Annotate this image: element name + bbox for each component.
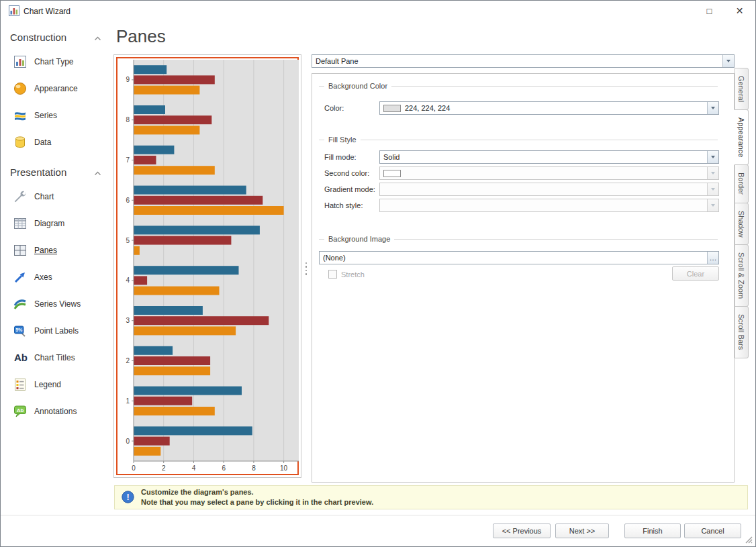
- sidebar-item-chart[interactable]: Chart: [1, 183, 112, 210]
- close-button[interactable]: ✕: [724, 1, 755, 20]
- chart-type-icon: [13, 54, 28, 69]
- background-color-combo[interactable]: 224, 224, 224: [379, 101, 719, 115]
- previous-button[interactable]: << Previous: [493, 524, 551, 538]
- side-tab-scroll-bars[interactable]: Scroll Bars: [735, 306, 749, 358]
- next-button[interactable]: Next >>: [555, 524, 609, 538]
- browse-ellipsis-button[interactable]: …: [707, 252, 718, 264]
- cancel-button[interactable]: Cancel: [684, 524, 741, 538]
- sidebar-item-annotations[interactable]: AbAnnotations: [1, 398, 112, 425]
- sidebar-section-presentation[interactable]: Presentation: [1, 161, 112, 183]
- side-tab-scroll-zoom[interactable]: Scroll & Zoom: [735, 244, 749, 307]
- fill-style-group-title: Fill Style: [319, 136, 718, 144]
- checkbox-icon: [328, 270, 337, 279]
- maximize-icon: □: [707, 6, 712, 16]
- side-tab-general[interactable]: General: [735, 68, 749, 110]
- annotations-icon: Ab: [13, 404, 28, 419]
- background-image-group-title: Background Image: [319, 235, 718, 243]
- fill-mode-combo[interactable]: Solid: [379, 150, 719, 164]
- bar-chart[interactable]: 98765432100246810: [119, 60, 296, 473]
- color-swatch: [383, 105, 401, 112]
- sidebar-item-chart-titles[interactable]: AbChart Titles: [1, 344, 112, 371]
- maximize-button[interactable]: □: [694, 1, 724, 20]
- sidebar-item-legend[interactable]: Legend: [1, 371, 112, 398]
- side-tab-border[interactable]: Border: [735, 164, 749, 203]
- info-bar: ! Customize the diagram's panes. Note th…: [114, 485, 748, 509]
- chart-preview[interactable]: 98765432100246810: [113, 54, 301, 478]
- svg-text:Ab: Ab: [17, 407, 24, 413]
- svg-text:0: 0: [126, 438, 130, 445]
- side-tab-shadow[interactable]: Shadow: [735, 203, 749, 246]
- svg-text:!: !: [126, 493, 129, 502]
- clear-button-label: Clear: [687, 270, 704, 278]
- sidebar-item-panes[interactable]: Panes: [1, 237, 112, 264]
- stretch-checkbox: Stretch: [328, 270, 365, 279]
- hatch-style-combo: [379, 199, 719, 212]
- legend-icon: [13, 377, 28, 392]
- pane-selector-combo[interactable]: Default Pane: [312, 54, 735, 68]
- sidebar: Construction Chart TypeAppearanceSeriesD…: [1, 21, 112, 516]
- hatch-style-label: Hatch style:: [324, 201, 363, 209]
- sidebar-item-label: Appearance: [34, 84, 78, 93]
- color-value: 224, 224, 224: [405, 104, 450, 112]
- point-labels-icon: 5%: [13, 324, 28, 338]
- sidebar-item-label: Point Labels: [34, 326, 79, 336]
- svg-text:6: 6: [126, 197, 130, 204]
- background-color-group-title: Background Color: [319, 82, 718, 90]
- construction-items: Chart TypeAppearanceSeriesData: [1, 48, 112, 156]
- series-views-icon: [13, 297, 28, 311]
- sidebar-item-series[interactable]: Series: [1, 102, 112, 129]
- side-tab-appearance[interactable]: Appearance: [734, 109, 749, 165]
- footer-separator: [1, 515, 755, 515]
- sidebar-item-chart-type[interactable]: Chart Type: [1, 48, 112, 75]
- background-image-combo[interactable]: (None) …: [319, 251, 719, 264]
- svg-text:0: 0: [132, 464, 136, 472]
- sidebar-item-appearance[interactable]: Appearance: [1, 75, 112, 102]
- chevron-down-icon: [707, 102, 718, 114]
- second-color-combo: [379, 166, 719, 180]
- data-icon: [13, 135, 28, 150]
- pane-selector-value: Default Pane: [316, 57, 359, 65]
- fill-mode-label: Fill mode:: [324, 153, 357, 161]
- svg-text:10: 10: [280, 464, 288, 472]
- side-tab-strip: GeneralAppearanceBorderShadowScroll & Zo…: [735, 68, 751, 358]
- sidebar-item-label: Chart: [34, 192, 54, 201]
- svg-text:5: 5: [126, 237, 130, 244]
- sidebar-item-data[interactable]: Data: [1, 129, 112, 156]
- close-icon: ✕: [736, 5, 744, 16]
- sidebar-section-construction[interactable]: Construction: [1, 26, 112, 48]
- chevron-up-icon: [94, 166, 101, 178]
- sidebar-item-diagram[interactable]: Diagram: [1, 210, 112, 237]
- finish-button[interactable]: Finish: [624, 524, 681, 538]
- second-color-swatch: [383, 170, 401, 177]
- sidebar-item-label: Annotations: [34, 407, 77, 416]
- sidebar-item-label: Data: [34, 138, 51, 147]
- background-image-value: (None): [323, 254, 346, 262]
- title-bar: Chart Wizard □ ✕: [1, 1, 755, 21]
- stretch-label: Stretch: [341, 270, 365, 279]
- sidebar-item-point-labels[interactable]: 5%Point Labels: [1, 317, 112, 344]
- presentation-items: ChartDiagramPanesAxesSeries Views5%Point…: [1, 183, 112, 425]
- svg-text:8: 8: [126, 116, 130, 123]
- svg-text:5%: 5%: [15, 328, 23, 332]
- splitter-handle[interactable]: [304, 260, 308, 277]
- chevron-down-icon: [707, 167, 718, 179]
- resize-grip[interactable]: [745, 536, 753, 544]
- second-color-label: Second color:: [324, 169, 369, 177]
- sidebar-item-axes[interactable]: Axes: [1, 264, 112, 291]
- svg-text:8: 8: [252, 464, 256, 472]
- sidebar-item-series-views[interactable]: Series Views: [1, 291, 112, 317]
- group-title-text: Fill Style: [328, 136, 357, 144]
- sidebar-item-label: Panes: [34, 246, 57, 255]
- svg-text:2: 2: [126, 357, 130, 364]
- diagram-icon: [13, 216, 28, 231]
- svg-text:Ab: Ab: [14, 352, 28, 363]
- gradient-mode-label: Gradient mode:: [324, 185, 375, 193]
- selected-pane-highlight[interactable]: 98765432100246810: [116, 57, 299, 475]
- svg-text:6: 6: [222, 464, 226, 472]
- group-title-text: Background Image: [328, 235, 390, 243]
- svg-text:3: 3: [126, 317, 130, 324]
- sidebar-item-label: Axes: [34, 272, 52, 282]
- axes-icon: [13, 270, 28, 285]
- sidebar-item-label: Chart Titles: [34, 353, 75, 362]
- chart-wizard-window: Chart Wizard □ ✕ Construction Chart Type…: [0, 0, 756, 547]
